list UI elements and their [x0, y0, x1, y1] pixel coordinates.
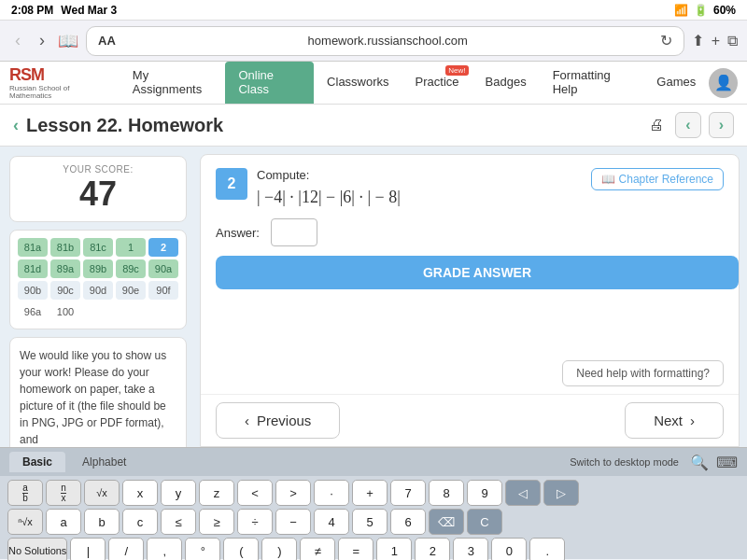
problem-cell-90f[interactable]: 90f — [148, 281, 178, 300]
formatting-help-button[interactable]: Need help with formatting? — [562, 360, 724, 386]
keyboard-tab-basic[interactable]: Basic — [9, 452, 65, 472]
previous-button[interactable]: ‹ Previous — [216, 402, 340, 439]
key-nth-root[interactable]: ⁿ√x — [7, 509, 43, 535]
problem-cell-81d[interactable]: 81d — [18, 259, 48, 278]
key-plus[interactable]: + — [352, 480, 388, 506]
problem-cell-90a[interactable]: 90a — [148, 259, 178, 278]
share-button[interactable]: ⬆ — [692, 32, 704, 49]
key-c[interactable]: c — [122, 509, 158, 535]
key-y[interactable]: y — [161, 480, 196, 506]
key-equals[interactable]: = — [338, 538, 374, 560]
key-0[interactable]: 0 — [491, 538, 527, 560]
tab-online-class[interactable]: Online Class — [225, 62, 314, 104]
problem-cell-90c[interactable]: 90c — [50, 281, 80, 300]
key-5[interactable]: 5 — [352, 509, 388, 535]
switch-desktop-mode[interactable]: Switch to desktop mode — [570, 456, 679, 468]
key-degree[interactable]: ° — [185, 538, 220, 560]
key-right-arrow[interactable]: ▷ — [543, 480, 579, 506]
key-6[interactable]: 6 — [390, 509, 426, 535]
problem-cell-1[interactable]: 1 — [116, 238, 146, 257]
forward-button[interactable]: › — [34, 29, 50, 52]
key-divide[interactable]: ÷ — [237, 509, 273, 535]
problem-cell-89a[interactable]: 89a — [50, 259, 80, 278]
key-less-than[interactable]: < — [237, 480, 273, 506]
key-9[interactable]: 9 — [467, 480, 502, 506]
bookmarks-button[interactable]: 📖 — [58, 31, 78, 51]
problem-cell-90b[interactable]: 90b — [18, 281, 48, 300]
keyboard-search-button[interactable]: 🔍 — [690, 454, 709, 471]
address-bar[interactable]: AA homework.russianschool.com ↻ — [86, 26, 684, 56]
key-slash[interactable]: / — [108, 538, 144, 560]
keyboard-tab-alphabet-label: Alphabet — [82, 455, 126, 469]
next-label: Next — [654, 413, 683, 428]
key-comma[interactable]: , — [147, 538, 182, 560]
key-greater-than[interactable]: > — [275, 480, 311, 506]
key-neq[interactable]: ≠ — [300, 538, 335, 560]
key-b[interactable]: b — [84, 509, 120, 535]
left-panel: YOUR SCORE: 47 81a 81b 81c 1 2 81d 89a 8… — [0, 147, 196, 447]
key-minus[interactable]: − — [275, 509, 311, 535]
key-open-paren[interactable]: ( — [223, 538, 259, 560]
problem-cell-96a[interactable]: 96a — [18, 302, 48, 321]
keyboard-row-3: No Solutions | / , ° ( ) ≠ = 1 2 3 0 . — [7, 538, 740, 560]
tab-my-assignments[interactable]: My Assignments — [120, 62, 226, 104]
back-button[interactable]: ‹ — [9, 29, 26, 52]
your-score-label: YOUR SCORE: — [18, 164, 178, 175]
key-pipe[interactable]: | — [70, 538, 106, 560]
key-geq[interactable]: ≥ — [199, 509, 234, 535]
key-period[interactable]: . — [529, 538, 565, 560]
tab-formatting-help[interactable]: Formatting Help — [540, 62, 644, 104]
key-superscript[interactable]: nx — [46, 480, 81, 506]
next-button[interactable]: Next › — [625, 402, 724, 439]
problem-cell-81c[interactable]: 81c — [83, 238, 113, 257]
problem-cell-89b[interactable]: 89b — [83, 259, 113, 278]
problem-content: Compute: | −4| · |12| − |6| · | − 8| — [257, 168, 582, 207]
key-4[interactable]: 4 — [314, 509, 349, 535]
key-x[interactable]: x — [122, 480, 158, 506]
tab-badges[interactable]: Badges — [472, 62, 540, 104]
lesson-next-nav-button[interactable]: › — [709, 112, 734, 138]
key-leq[interactable]: ≤ — [161, 509, 196, 535]
keyboard-settings-button[interactable]: ⌨ — [716, 454, 738, 471]
tabs-button[interactable]: ⧉ — [727, 32, 738, 49]
key-fraction[interactable]: ab — [7, 480, 43, 506]
answer-input[interactable] — [271, 218, 317, 246]
problem-cell-81a[interactable]: 81a — [18, 238, 48, 257]
tab-practice[interactable]: Practice New! — [402, 62, 472, 104]
key-no-solutions[interactable]: No Solutions — [7, 538, 67, 560]
rsm-logo-sub: Russian School of Mathematics — [9, 85, 110, 100]
problem-cell-81b[interactable]: 81b — [50, 238, 80, 257]
key-7[interactable]: 7 — [390, 480, 426, 506]
tab-online-class-label: Online Class — [238, 68, 301, 96]
problem-cell-90d[interactable]: 90d — [83, 281, 113, 300]
user-avatar[interactable]: 👤 — [709, 68, 738, 98]
tab-classworks[interactable]: Classworks — [314, 62, 402, 104]
key-3[interactable]: 3 — [453, 538, 488, 560]
key-2[interactable]: 2 — [415, 538, 450, 560]
problem-cell-90e[interactable]: 90e — [116, 281, 146, 300]
grade-answer-button[interactable]: GRADE ANSWER — [216, 256, 739, 289]
tab-games[interactable]: Games — [643, 62, 709, 104]
reload-button[interactable]: ↻ — [660, 32, 672, 49]
key-sqrt[interactable]: √x — [84, 480, 120, 506]
key-dot[interactable]: · — [314, 480, 349, 506]
problem-cell-89c[interactable]: 89c — [116, 259, 146, 278]
lesson-prev-nav-button[interactable]: ‹ — [675, 112, 700, 138]
key-z[interactable]: z — [199, 480, 234, 506]
key-close-paren[interactable]: ) — [261, 538, 297, 560]
lesson-header: ‹ Lesson 22. Homework 🖨 ‹ › — [0, 105, 747, 147]
key-left-arrow[interactable]: ◁ — [505, 480, 541, 506]
chapter-reference-button[interactable]: 📖 Chapter Reference — [591, 168, 724, 190]
keyboard-row-1: ab nx √x x y z < > · + 7 8 9 ◁ ▷ — [7, 480, 740, 506]
key-8[interactable]: 8 — [429, 480, 464, 506]
problem-cell-100[interactable]: 100 — [50, 302, 80, 321]
key-a[interactable]: a — [46, 509, 81, 535]
lesson-back-button[interactable]: ‹ — [13, 116, 19, 135]
key-clear[interactable]: C — [467, 509, 502, 535]
problem-cell-2[interactable]: 2 — [148, 238, 178, 257]
aa-label: AA — [98, 34, 116, 48]
keyboard-tab-alphabet[interactable]: Alphabet — [69, 452, 139, 472]
key-1[interactable]: 1 — [376, 538, 412, 560]
key-backspace[interactable]: ⌫ — [429, 509, 464, 535]
add-tab-button[interactable]: + — [712, 32, 720, 49]
